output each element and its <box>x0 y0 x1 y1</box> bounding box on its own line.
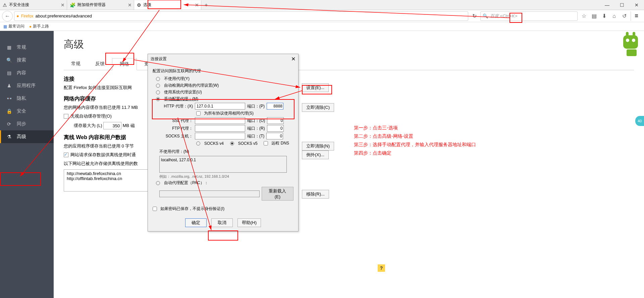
radio-no-proxy[interactable] <box>156 77 160 81</box>
ftp-input[interactable] <box>195 125 245 132</box>
radio-label: SOCKS v4 <box>204 141 224 146</box>
library-icon[interactable]: ▤ <box>590 13 598 19</box>
sidebar-item-search[interactable]: 🔍搜索 <box>0 54 54 67</box>
ssl-input[interactable] <box>195 117 245 124</box>
tab-options[interactable]: ⚙ 选项 ✕ <box>134 0 201 10</box>
remove-button[interactable]: 移除(R)... <box>302 190 329 199</box>
undo-icon[interactable]: ↺ <box>621 13 628 19</box>
ssl-port-input[interactable] <box>267 117 284 124</box>
socks-port-input[interactable] <box>266 133 283 139</box>
sidebar-item-apps[interactable]: ♟应用程序 <box>0 79 54 92</box>
offline-notify-checkbox[interactable] <box>64 153 68 157</box>
hamburger-menu-button[interactable]: ≡ <box>631 11 642 21</box>
sidebar-item-content[interactable]: ▤内容 <box>0 67 54 79</box>
home-icon[interactable]: ⌂ <box>610 13 618 19</box>
clear-cache-button[interactable]: 立即清除(C) <box>302 103 334 112</box>
noproxy-label: 不使用代理：(N) <box>159 149 293 155</box>
bookmark-label: 最常访问 <box>8 24 24 29</box>
url-input[interactable]: ● Firefox about:preferences#advanced <box>14 11 468 21</box>
override-cache-checkbox[interactable] <box>64 114 68 119</box>
close-icon[interactable]: ✕ <box>195 2 199 8</box>
noproxy-hint: 例如：.mozilla.org, .net.nz, 192.168.1.0/24 <box>159 174 293 179</box>
doc-icon: ▤ <box>6 70 12 76</box>
sidebar-label: 同步 <box>17 121 26 127</box>
grid-icon: ▦ <box>3 24 7 29</box>
radio-pac[interactable] <box>156 181 160 185</box>
radio-manual-proxy[interactable] <box>156 97 160 101</box>
dialog-title: 连接设置 <box>151 56 167 62</box>
subtab-feedback[interactable]: 反馈 <box>88 58 112 70</box>
bookmark-most-visited[interactable]: ▦ 最常访问 <box>3 24 24 29</box>
annotation-step: 第四步：点击确定 <box>354 149 476 157</box>
socks-label: SOCKS 主机： <box>159 133 193 139</box>
radio-auto-detect[interactable] <box>156 84 160 88</box>
offline-used: 您的应用程序缓存当前已使用 0 字节 <box>64 143 134 149</box>
subtab-general[interactable]: 常规 <box>64 58 88 70</box>
main-panel: 高级 常规 反馈 网络 更新 连接 配置 Firefox 如何连接至国际互联网 … <box>54 31 644 298</box>
pac-url-input[interactable] <box>159 190 260 197</box>
download-icon[interactable]: ⬇ <box>600 13 608 19</box>
sidebar-item-advanced[interactable]: ⚗高级 <box>0 130 54 143</box>
url-bar: ← ● Firefox about:preferences#advanced ↻… <box>0 10 644 22</box>
reload-pac-button[interactable]: 重新载入(E) <box>262 187 293 201</box>
cache-max-label: 缓存最大为 (L) <box>74 123 102 129</box>
clear-offline-button[interactable]: 立即清除(N) <box>302 142 334 151</box>
ftp-port-input[interactable] <box>267 125 284 132</box>
subtab-network[interactable]: 网络 <box>112 58 137 70</box>
same-proxy-checkbox[interactable] <box>196 111 201 116</box>
reload-button[interactable]: ↻ <box>470 11 479 21</box>
search-icon: 🔍 <box>483 13 488 18</box>
cache-max-unit: MB 磁 <box>123 123 135 129</box>
back-button[interactable]: ← <box>2 11 13 22</box>
help-icon[interactable]: ? <box>378 264 385 272</box>
tab-label: 附加组件管理器 <box>77 2 106 8</box>
close-icon[interactable]: ✕ <box>61 2 65 8</box>
socks-input[interactable] <box>195 133 245 139</box>
settings-button[interactable]: 设置(E)... <box>302 83 329 92</box>
annotation-step: 第二步：点击高级-网络-设置 <box>354 132 476 140</box>
content-area: ▦常规 🔍搜索 ▤内容 ♟应用程序 👓隐私 🔒安全 ⟳同步 ⚗高级 高级 常规 … <box>0 31 644 298</box>
exceptions-button[interactable]: 例外(X)... <box>302 151 329 159</box>
close-icon[interactable]: ✕ <box>291 56 296 62</box>
port-label: 端口：(P) <box>247 103 265 109</box>
ok-button[interactable]: 确定 <box>185 218 207 227</box>
http-proxy-input[interactable] <box>195 103 245 110</box>
radio-label: 自动代理配置（PAC）： <box>164 180 208 186</box>
mask-icon: 👓 <box>6 96 12 101</box>
puzzle-icon: 🧩 <box>70 2 75 8</box>
sidebar-item-sync[interactable]: ⟳同步 <box>0 118 54 130</box>
auth-label: 如果密码已保存，不提示身份验证(I) <box>160 206 224 212</box>
connection-desc: 配置 Firefox 如何连接至国际互联网 <box>64 85 132 91</box>
tab-addons[interactable]: 🧩 附加组件管理器 ✕ <box>67 0 134 10</box>
radio-system-proxy[interactable] <box>156 90 160 94</box>
new-tab-button[interactable]: + <box>201 2 211 8</box>
search-input[interactable]: 🔍 百度 <Ctrl+K> <box>480 11 578 21</box>
sidebar-label: 安全 <box>17 108 26 114</box>
radio-socks5[interactable] <box>230 141 234 145</box>
close-icon[interactable]: ✕ <box>128 2 132 8</box>
cache-max-input[interactable] <box>103 122 121 129</box>
sidebar-item-general[interactable]: ▦常规 <box>0 41 54 54</box>
sidebar-label: 隐私 <box>17 95 26 101</box>
side-badge[interactable]: 40 <box>635 116 644 126</box>
sidebar-label: 高级 <box>17 134 26 140</box>
cancel-button[interactable]: 取消 <box>211 218 233 227</box>
http-proxy-label: HTTP 代理：(X) <box>159 103 193 109</box>
tab-insecure[interactable]: ⚠ 不安全连接 ✕ <box>0 0 67 10</box>
bookmarks-bar: ▦ 最常访问 ● 新手上路 <box>0 22 644 31</box>
radio-label: SOCKS v5 <box>238 141 258 146</box>
noproxy-textarea[interactable]: localhost, 127.0.0.1 <box>159 156 287 173</box>
radio-socks4[interactable] <box>196 141 200 145</box>
remote-dns-checkbox[interactable] <box>264 141 268 145</box>
sidebar-item-privacy[interactable]: 👓隐私 <box>0 92 54 105</box>
gear-icon: ⚙ <box>137 2 141 8</box>
maximize-button[interactable]: ☐ <box>614 2 629 8</box>
star-icon[interactable]: ☆ <box>580 13 588 19</box>
help-button[interactable]: 帮助(H) <box>237 218 261 227</box>
minimize-button[interactable]: — <box>600 2 614 8</box>
bookmark-getting-started[interactable]: ● 新手上路 <box>29 24 49 29</box>
sidebar-item-security[interactable]: 🔒安全 <box>0 105 54 118</box>
close-button[interactable]: ✕ <box>629 2 644 8</box>
http-port-input[interactable] <box>267 103 283 110</box>
auth-checkbox[interactable] <box>153 207 157 211</box>
